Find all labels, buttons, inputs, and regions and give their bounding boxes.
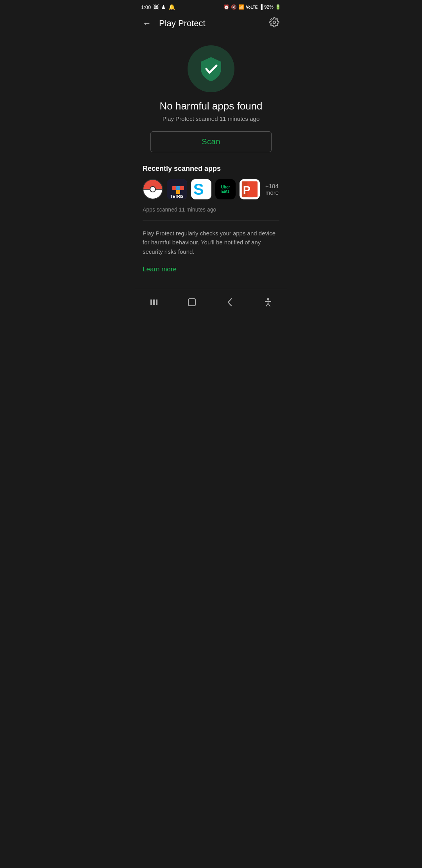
svg-rect-16	[188, 299, 195, 306]
info-text: Play Protect regularly checks your apps …	[135, 229, 287, 265]
nav-bar	[135, 289, 287, 320]
battery-percent: 92%	[264, 4, 274, 10]
status-time: 1:00	[141, 4, 151, 10]
svg-rect-5	[176, 190, 180, 194]
more-apps-label: +184more	[265, 183, 279, 196]
alarm-icon: ⏰	[224, 4, 229, 10]
scan-time-label: Play Protect scanned 11 minutes ago	[135, 115, 287, 131]
status-bar: 1:00 🖼 ♟ 🔔 ⏰ 🔇 📶 VoLTE ▐ 92% 🔋	[135, 0, 287, 13]
powerpoint-logo: P	[240, 179, 260, 199]
svg-rect-13	[150, 299, 152, 305]
svg-text:TETRIS: TETRIS	[170, 194, 183, 199]
signal-icon: ▐	[259, 4, 263, 10]
scan-button[interactable]: Scan	[150, 131, 272, 152]
apps-scanned-time: Apps scanned 11 minutes ago	[135, 204, 287, 221]
skype-logo: S	[191, 179, 211, 199]
gear-icon	[269, 17, 279, 27]
app-icon-skype[interactable]: S	[191, 179, 211, 199]
app-icon-ubereats[interactable]: Uber Eats	[215, 179, 236, 199]
svg-rect-14	[153, 299, 155, 305]
status-right: ⏰ 🔇 📶 VoLTE ▐ 92% 🔋	[224, 4, 281, 10]
mute-icon: 🔇	[231, 4, 237, 10]
recents-button[interactable]	[144, 295, 164, 312]
recents-icon	[149, 297, 159, 307]
shield-icon	[198, 56, 224, 82]
svg-text:P: P	[243, 184, 250, 196]
svg-rect-4	[180, 186, 184, 190]
battery-icon: 🔋	[275, 4, 281, 10]
photo-icon: 🖼	[153, 4, 159, 10]
page-title: Play Protect	[159, 18, 261, 29]
section-divider	[143, 221, 279, 221]
svg-line-20	[266, 303, 268, 306]
recently-scanned-title: Recently scanned apps	[135, 165, 287, 179]
app-icon-pokemon[interactable]	[143, 179, 163, 199]
back-nav-icon	[225, 297, 235, 307]
home-button[interactable]	[182, 295, 202, 312]
settings-button[interactable]	[268, 16, 281, 31]
back-button[interactable]: ←	[141, 17, 153, 30]
apps-row: TETRIS S Uber Eats P +184more	[135, 179, 287, 204]
app-icon-tetris[interactable]: TETRIS	[167, 179, 187, 199]
accessibility-icon	[263, 297, 273, 307]
pokeball-icon	[143, 179, 163, 199]
scan-button-wrap: Scan	[135, 131, 287, 165]
svg-text:S: S	[193, 180, 204, 198]
learn-more-link[interactable]: Learn more	[135, 265, 287, 289]
toolbar: ← Play Protect	[135, 13, 287, 36]
person-icon: ♟	[161, 4, 166, 10]
status-left: 1:00 🖼 ♟ 🔔	[141, 4, 175, 10]
wifi-icon: 📶	[238, 4, 244, 10]
notification-icon: 🔔	[168, 4, 175, 10]
lte-icon: VoLTE	[246, 5, 257, 9]
svg-rect-3	[176, 186, 180, 190]
svg-rect-15	[156, 299, 157, 305]
svg-line-21	[268, 303, 270, 306]
main-title: No harmful apps found	[135, 100, 287, 115]
svg-rect-2	[172, 186, 176, 190]
app-icon-powerpoint[interactable]: P	[240, 179, 260, 199]
recently-scanned-section: Recently scanned apps	[135, 165, 287, 221]
svg-point-0	[273, 21, 276, 24]
shield-container	[135, 36, 287, 100]
accessibility-button[interactable]	[258, 295, 278, 312]
home-icon	[187, 297, 197, 307]
back-nav-button[interactable]	[220, 295, 240, 312]
tetris-logo: TETRIS	[167, 179, 187, 199]
shield-circle	[188, 45, 234, 92]
